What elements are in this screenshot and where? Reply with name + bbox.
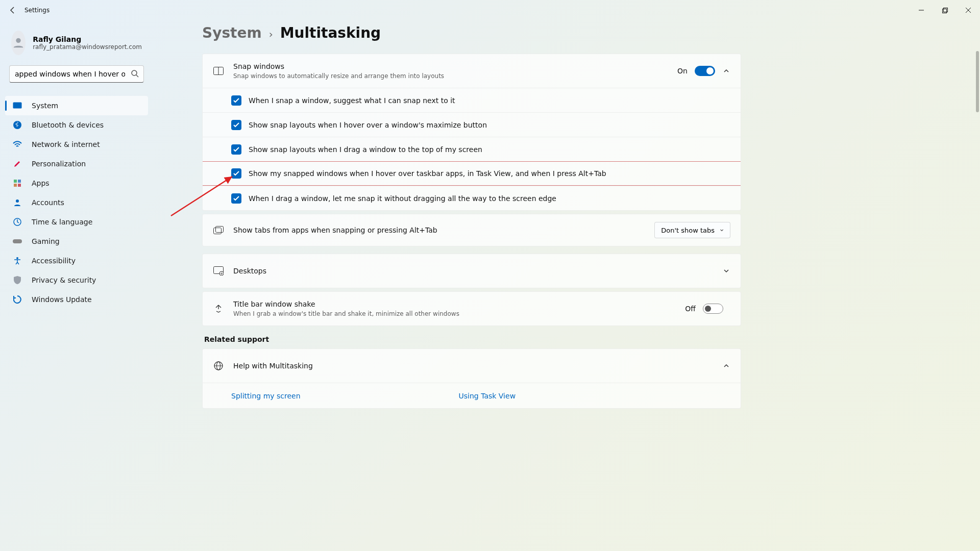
scrollbar[interactable]: [976, 51, 979, 112]
shake-icon: [213, 303, 224, 314]
nav-item-accessibility[interactable]: Accessibility: [5, 251, 148, 270]
checkbox[interactable]: [231, 168, 241, 179]
nav-item-bluetooth[interactable]: Bluetooth & devices: [5, 115, 148, 135]
desktops-title: Desktops: [233, 267, 722, 275]
shake-state-label: Off: [685, 305, 696, 313]
svg-rect-20: [214, 228, 222, 234]
help-link-splitting[interactable]: Splitting my screen: [231, 392, 301, 400]
person-icon: [12, 197, 22, 208]
globe-time-icon: [12, 217, 22, 227]
back-button[interactable]: [7, 6, 18, 14]
snap-option-row[interactable]: When I drag a window, let me snap it wit…: [203, 186, 741, 210]
desktops-card[interactable]: + Desktops: [202, 254, 741, 288]
svg-rect-8: [13, 103, 22, 109]
chevron-up-icon[interactable]: [722, 362, 730, 370]
snap-option-label: When I snap a window, suggest what I can…: [249, 96, 455, 105]
chevron-down-icon[interactable]: [722, 267, 730, 275]
search-icon[interactable]: [131, 69, 139, 80]
snap-subtitle: Snap windows to automatically resize and…: [233, 72, 677, 80]
checkbox[interactable]: [231, 95, 241, 106]
update-icon: [12, 294, 22, 305]
svg-point-14: [16, 199, 19, 203]
snap-option-label: Show my snapped windows when I hover ove…: [249, 169, 606, 178]
nav-list: System Bluetooth & devices Network & int…: [0, 93, 153, 312]
minimize-button[interactable]: [910, 0, 933, 20]
brush-icon: [12, 159, 22, 169]
svg-text:+: +: [220, 271, 224, 276]
svg-rect-11: [18, 180, 21, 183]
shield-icon: [12, 275, 22, 285]
gaming-icon: [12, 236, 22, 246]
nav-item-network[interactable]: Network & internet: [5, 135, 148, 154]
help-link-taskview[interactable]: Using Task View: [459, 392, 516, 400]
window-title: Settings: [24, 7, 50, 14]
bluetooth-icon: [12, 120, 22, 130]
svg-point-5: [16, 38, 20, 43]
globe-icon: [213, 360, 224, 371]
snap-option-row[interactable]: When I snap a window, suggest what I can…: [203, 88, 741, 112]
nav-item-personalization[interactable]: Personalization: [5, 154, 148, 173]
chevron-up-icon[interactable]: [722, 67, 730, 75]
user-email: rafly_pratama@windowsreport.com: [33, 43, 142, 51]
svg-point-17: [16, 257, 18, 259]
snap-option-label: When I drag a window, let me snap it wit…: [249, 194, 556, 203]
checkbox[interactable]: [231, 193, 241, 204]
snap-windows-card: Snap windows Snap windows to automatical…: [202, 54, 741, 211]
show-tabs-dropdown[interactable]: Don't show tabs: [654, 222, 730, 238]
user-block[interactable]: Rafly Gilang rafly_pratama@windowsreport…: [0, 28, 153, 65]
shake-row[interactable]: Title bar window shake When I grab a win…: [203, 292, 741, 325]
search-box[interactable]: [9, 65, 144, 83]
shake-title: Title bar window shake: [233, 300, 685, 308]
nav-label: Time & language: [32, 218, 92, 226]
help-title: Help with Multitasking: [233, 362, 722, 370]
snap-state-label: On: [677, 67, 688, 75]
breadcrumb: System › Multitasking: [202, 24, 741, 41]
snap-toggle[interactable]: [695, 66, 715, 76]
nav-label: Apps: [32, 179, 50, 187]
help-card: Help with Multitasking Splitting my scre…: [202, 348, 741, 409]
page-title: Multitasking: [280, 24, 381, 41]
search-input[interactable]: [9, 65, 144, 83]
nav-item-accounts[interactable]: Accounts: [5, 193, 148, 212]
system-icon: [12, 101, 22, 111]
snap-option-row[interactable]: Show snap layouts when I drag a window t…: [203, 137, 741, 161]
snap-options: When I snap a window, suggest what I can…: [203, 88, 741, 210]
show-tabs-value: Don't show tabs: [661, 227, 715, 234]
maximize-button[interactable]: [933, 0, 957, 20]
nav-item-time[interactable]: Time & language: [5, 212, 148, 232]
checkbox[interactable]: [231, 144, 241, 155]
show-tabs-label: Show tabs from apps when snapping or pre…: [233, 226, 654, 234]
tabs-icon: [213, 224, 224, 236]
show-tabs-card: Show tabs from apps when snapping or pre…: [202, 214, 741, 246]
snap-option-label: Show snap layouts when I drag a window t…: [249, 145, 482, 154]
breadcrumb-parent[interactable]: System: [202, 24, 262, 41]
nav-item-gaming[interactable]: Gaming: [5, 232, 148, 251]
desktops-row[interactable]: + Desktops: [203, 254, 741, 288]
svg-rect-12: [14, 184, 17, 187]
checkbox[interactable]: [231, 120, 241, 130]
nav-item-system[interactable]: System: [5, 96, 148, 115]
nav-label: Gaming: [32, 237, 60, 245]
main-content: System › Multitasking Snap windows Snap …: [202, 24, 980, 551]
nav-label: Accessibility: [32, 257, 76, 265]
nav-item-update[interactable]: Windows Update: [5, 290, 148, 309]
snap-option-row[interactable]: Show snap layouts when I hover over a wi…: [203, 112, 741, 137]
chevron-right-icon: ›: [269, 28, 273, 40]
nav-label: System: [32, 102, 58, 110]
related-support-heading: Related support: [204, 335, 741, 343]
snap-option-row-highlighted[interactable]: Show my snapped windows when I hover ove…: [203, 161, 741, 186]
svg-rect-1: [942, 9, 946, 13]
help-row[interactable]: Help with Multitasking: [203, 349, 741, 383]
snap-windows-header[interactable]: Snap windows Snap windows to automatical…: [203, 54, 741, 88]
svg-rect-16: [13, 239, 22, 243]
svg-rect-21: [216, 227, 224, 233]
svg-line-7: [136, 75, 138, 77]
help-links: Splitting my screen Using Task View: [203, 383, 741, 408]
show-tabs-row: Show tabs from apps when snapping or pre…: [203, 214, 741, 246]
nav-item-apps[interactable]: Apps: [5, 173, 148, 193]
nav-item-privacy[interactable]: Privacy & security: [5, 270, 148, 290]
wifi-icon: [12, 139, 22, 149]
shake-toggle[interactable]: [703, 304, 723, 314]
close-button[interactable]: [957, 0, 980, 20]
window-controls: [910, 0, 980, 20]
